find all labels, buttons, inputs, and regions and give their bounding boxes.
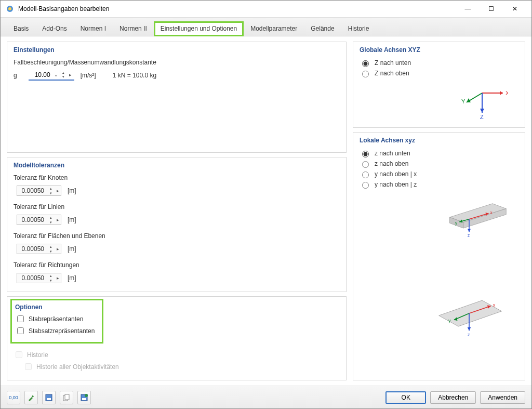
tol-label-0: Toleranz für Knoten <box>14 174 340 181</box>
dialog-window: Modell-Basisangaben bearbeiten — ☐ ✕ Bas… <box>0 0 532 409</box>
radio-global-0[interactable]: Z nach unten <box>360 59 518 67</box>
panel-options: Optionen Stabrepräsentanten Stabsatzrepr… <box>7 296 347 380</box>
svg-rect-37 <box>65 394 69 400</box>
g-unit: [m/s²] <box>81 72 96 79</box>
g-symbol: g <box>14 72 17 79</box>
tab-gelaende[interactable]: Gelände <box>304 21 341 36</box>
checkbox-stab-input[interactable] <box>17 315 24 322</box>
tol-unit-0: [m] <box>68 187 76 194</box>
svg-rect-33 <box>32 395 34 397</box>
disk2-icon <box>81 394 88 401</box>
app-icon <box>6 5 14 13</box>
panel-tolerances: Modelltoleranzen Toleranz für Knoten 0.0… <box>7 157 347 292</box>
tol-unit-1: [m] <box>68 216 76 223</box>
checkbox-stabsatz[interactable]: Stabsatzrepräsentanten <box>15 326 95 336</box>
tol-spinner-3[interactable]: 0.00050 ▴▾ ▸ <box>17 273 61 283</box>
disk-icon <box>45 394 52 401</box>
brush-icon <box>28 394 35 401</box>
window-title: Modell-Basisangaben bearbeiten <box>18 5 456 12</box>
svg-text:Z: Z <box>480 114 484 119</box>
toolbtn-save[interactable] <box>42 391 56 404</box>
tol-label-2: Toleranz für Flächen und Ebenen <box>14 232 340 240</box>
panel-global-axes: Globale Achsen XYZ Z nach unten Z nach o… <box>353 42 525 128</box>
tol-spinner-1[interactable]: 0.00050 ▴▾ ▸ <box>17 215 61 225</box>
tabstrip: Basis Add-Ons Normen I Normen II Einstel… <box>1 17 531 36</box>
checkbox-stab[interactable]: Stabrepräsentanten <box>15 314 95 324</box>
svg-text:y: y <box>448 319 451 324</box>
minimize-button[interactable]: — <box>456 1 480 17</box>
panel-title-global-axes: Globale Achsen XYZ <box>360 46 518 54</box>
radio-global-1[interactable]: Z nach oben <box>360 69 518 77</box>
options-highlight-box: Optionen Stabrepräsentanten Stabsatzrepr… <box>10 299 103 344</box>
svg-point-40 <box>85 394 88 397</box>
dialog-footer: 0,00 OK Abbrechen Anwenden <box>1 386 531 408</box>
local-axes-beam-diagram: x y z <box>360 191 518 243</box>
tab-settings-options[interactable]: Einstellungen und Optionen <box>154 21 244 36</box>
g-note: 1 kN = 100.0 kg <box>113 72 156 79</box>
panel-title-settings: Einstellungen <box>14 46 340 54</box>
local-axes-plane-diagram: x y z <box>360 279 518 347</box>
chevron-down-icon[interactable]: ⌄ <box>52 72 60 77</box>
svg-text:x: x <box>493 303 496 308</box>
global-axes-diagram: X Y Z <box>360 80 518 121</box>
checkbox-historie-input <box>16 351 22 358</box>
tol-spinner-0[interactable]: 0.00050 ▴▾ ▸ <box>17 186 61 196</box>
svg-point-1 <box>8 7 11 10</box>
svg-rect-39 <box>82 398 86 400</box>
svg-marker-31 <box>468 327 471 331</box>
toolbtn-save2[interactable] <box>77 391 91 404</box>
tab-normen-2[interactable]: Normen II <box>113 21 154 36</box>
panel-title-local-axes: Lokale Achsen xyz <box>360 137 518 144</box>
accel-label: Fallbeschleunigung/Massenumwandlungskons… <box>14 59 340 66</box>
svg-marker-3 <box>500 91 503 95</box>
tol-label-3: Toleranz für Richtungen <box>14 261 340 269</box>
toolbtn-brush[interactable] <box>24 391 38 404</box>
go-arrow-icon[interactable]: ▸ <box>67 72 74 77</box>
svg-text:z: z <box>468 332 470 337</box>
ok-button[interactable]: OK <box>385 391 426 404</box>
maximize-button[interactable]: ☐ <box>480 1 503 17</box>
svg-text:z: z <box>468 233 470 238</box>
tol-spinner-2[interactable]: 0.00050 ▴▾ ▸ <box>17 244 61 254</box>
radio-local-0[interactable]: z nach unten <box>360 149 518 157</box>
panel-local-axes: Lokale Achsen xyz z nach unten z nach ob… <box>353 132 525 380</box>
g-stepper[interactable]: ▴▾ <box>60 70 67 80</box>
tab-basis[interactable]: Basis <box>7 21 35 36</box>
checkbox-historie: Historie <box>14 350 340 360</box>
radio-local-2[interactable]: y nach oben | x <box>360 170 518 178</box>
radio-local-3[interactable]: y nach oben | z <box>360 180 518 189</box>
cancel-button[interactable]: Abbrechen <box>430 391 476 404</box>
toolbtn-copy[interactable] <box>60 391 73 404</box>
close-button[interactable]: ✕ <box>503 1 526 17</box>
svg-marker-9 <box>480 109 484 113</box>
g-input[interactable] <box>29 70 52 80</box>
tol-unit-3: [m] <box>68 274 76 282</box>
copy-icon <box>63 394 70 401</box>
svg-text:X: X <box>506 90 508 96</box>
titlebar: Modell-Basisangaben bearbeiten — ☐ ✕ <box>1 1 531 17</box>
g-spinner[interactable]: ⌄ ▴▾ ▸ <box>29 70 74 81</box>
tab-addons[interactable]: Add-Ons <box>35 21 73 36</box>
panel-title-options: Optionen <box>15 304 95 311</box>
tab-modellparameter[interactable]: Modellparameter <box>244 21 304 36</box>
panel-settings: Einstellungen Fallbeschleunigung/Massenu… <box>7 42 347 153</box>
svg-rect-35 <box>47 398 51 400</box>
apply-button[interactable]: Anwenden <box>480 391 525 404</box>
svg-text:Y: Y <box>461 98 466 104</box>
panel-title-tolerances: Modelltoleranzen <box>14 162 340 169</box>
tab-normen-1[interactable]: Normen I <box>74 21 113 36</box>
content-area: Einstellungen Fallbeschleunigung/Massenu… <box>1 36 531 386</box>
checkbox-historie-all: Historie aller Objektaktivitäten <box>23 362 340 372</box>
svg-marker-21 <box>468 229 471 232</box>
tol-unit-2: [m] <box>68 245 76 253</box>
tab-historie[interactable]: Historie <box>341 21 376 36</box>
checkbox-historie-all-input <box>25 363 32 370</box>
toolbtn-decimals[interactable]: 0,00 <box>7 391 20 404</box>
checkbox-stabsatz-input[interactable] <box>17 327 24 334</box>
tol-label-1: Toleranz für Linien <box>14 203 340 210</box>
radio-local-1[interactable]: z nach oben <box>360 160 518 168</box>
